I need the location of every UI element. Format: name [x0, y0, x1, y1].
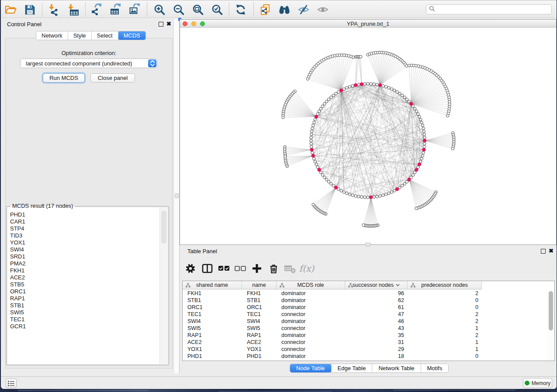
cell-shared-name[interactable]: ACE2	[183, 339, 242, 346]
network-node[interactable]	[325, 100, 328, 103]
network-node[interactable]	[412, 174, 414, 176]
zoom-fit-icon[interactable]	[191, 3, 204, 16]
deselect-all-icon[interactable]	[232, 260, 249, 277]
network-node[interactable]	[332, 94, 335, 96]
table-row[interactable]: YOX1YOX1connector291	[183, 346, 554, 353]
cell-shared-name[interactable]: PHD1	[183, 353, 242, 360]
zoom-in-icon[interactable]	[153, 3, 166, 16]
control-tab-network[interactable]: Network	[36, 31, 68, 40]
select-all-icon[interactable]	[215, 260, 232, 277]
cell-shared-name[interactable]: STB1	[183, 297, 242, 304]
cell-name[interactable]: SWI4	[242, 318, 277, 325]
table-row[interactable]: ACE2ACE2connector311	[183, 339, 554, 346]
dominator-node[interactable]	[409, 102, 413, 106]
network-node[interactable]	[310, 139, 312, 142]
dominator-node[interactable]	[311, 154, 315, 158]
export-table-icon[interactable]	[109, 3, 122, 16]
result-node-item[interactable]: YOX1	[7, 239, 160, 246]
network-node[interactable]	[357, 83, 360, 86]
column-header-MCDS-role[interactable]: MCDS role	[277, 281, 345, 289]
network-node[interactable]	[403, 182, 406, 185]
cell-name[interactable]: FKH1	[242, 290, 277, 297]
network-node[interactable]	[417, 113, 419, 115]
result-node-item[interactable]: ACE2	[7, 274, 160, 281]
dominator-node[interactable]	[415, 168, 419, 172]
dominator-node[interactable]	[395, 188, 399, 191]
export-image-icon[interactable]	[128, 3, 141, 16]
control-tab-style[interactable]: Style	[68, 31, 92, 40]
cell-successor-nodes[interactable]: 31	[345, 339, 408, 346]
import-table-icon[interactable]	[67, 3, 80, 16]
network-node[interactable]	[310, 142, 312, 145]
table-options-icon[interactable]	[182, 260, 199, 277]
network-node[interactable]	[321, 105, 324, 107]
table-row[interactable]: PHD1PHD1dominator180	[183, 353, 554, 360]
dominator-node[interactable]	[310, 148, 314, 151]
float-panel-icon[interactable]	[159, 22, 163, 27]
cell-name[interactable]: ORC1	[242, 304, 277, 311]
dominator-node[interactable]	[378, 83, 382, 87]
cell-predecessor-nodes[interactable]: 2	[408, 311, 482, 318]
network-node[interactable]	[415, 110, 418, 113]
cell-MCDS-role[interactable]: dominator	[277, 290, 345, 297]
network-node[interactable]	[390, 88, 393, 90]
column-header-predecessor-nodes[interactable]: predecessor nodes	[408, 281, 482, 289]
network-node[interactable]	[382, 194, 384, 196]
cell-predecessor-nodes[interactable]: 2	[408, 290, 482, 297]
memory-button[interactable]: Memory	[523, 378, 552, 388]
network-node[interactable]	[387, 86, 390, 89]
result-node-item[interactable]: TEC1	[7, 316, 160, 323]
cell-predecessor-nodes[interactable]: 1	[408, 339, 482, 346]
network-node[interactable]	[418, 115, 421, 118]
dominator-node[interactable]	[418, 163, 421, 166]
close-panel-icon[interactable]: ✖	[166, 21, 171, 28]
network-node[interactable]	[421, 124, 424, 127]
delete-selected-icon[interactable]	[265, 260, 282, 277]
zoom-selected-icon[interactable]	[211, 3, 224, 16]
network-node[interactable]	[351, 194, 354, 196]
search-input[interactable]	[436, 5, 551, 14]
cell-predecessor-nodes[interactable]: 0	[408, 353, 482, 360]
open-file-icon[interactable]	[4, 3, 17, 16]
control-tab-select[interactable]: Select	[92, 31, 118, 40]
network-node[interactable]	[405, 98, 408, 100]
network-node[interactable]	[420, 121, 423, 124]
cell-predecessor-nodes[interactable]: 0	[408, 297, 482, 304]
network-node[interactable]	[396, 90, 398, 93]
network-node[interactable]	[379, 195, 381, 197]
network-node[interactable]	[314, 118, 316, 121]
network-node[interactable]	[422, 151, 425, 154]
network-node[interactable]	[310, 145, 313, 148]
cell-name[interactable]: RAP1	[242, 332, 277, 339]
cell-name[interactable]: STB1	[242, 297, 277, 304]
network-node[interactable]	[421, 155, 424, 157]
network-node[interactable]	[319, 107, 322, 110]
network-node[interactable]	[316, 113, 319, 115]
network-node[interactable]	[330, 182, 332, 185]
network-node[interactable]	[390, 191, 393, 193]
column-header-shared-name[interactable]: shared name	[183, 281, 242, 289]
table-row[interactable]: STB1STB1dominator620	[183, 297, 554, 304]
result-node-item[interactable]: ORC1	[7, 288, 160, 295]
network-node[interactable]	[315, 163, 318, 165]
dominator-node[interactable]	[423, 139, 426, 142]
cell-successor-nodes[interactable]: 29	[345, 346, 408, 353]
network-window-titlebar[interactable]: YPA_prune.txt_1	[180, 20, 556, 28]
run-mcds-button[interactable]: Run MCDS	[43, 73, 85, 83]
cell-MCDS-role[interactable]: connector	[277, 311, 345, 318]
network-node[interactable]	[340, 189, 343, 192]
close-table-panel-icon[interactable]: ✖	[549, 248, 554, 254]
satellite-node[interactable]	[446, 114, 449, 117]
network-node[interactable]	[363, 196, 366, 199]
network-node[interactable]	[423, 133, 426, 136]
cell-successor-nodes[interactable]: 96	[345, 290, 408, 297]
table-tab-node-table[interactable]: Node Table	[290, 364, 332, 372]
network-node[interactable]	[312, 124, 315, 127]
network-node[interactable]	[376, 195, 378, 198]
satellite-node[interactable]	[282, 116, 284, 119]
zoom-out-icon[interactable]	[172, 3, 185, 16]
result-node-item[interactable]: PMA2	[7, 260, 160, 267]
network-node[interactable]	[357, 195, 360, 198]
dominator-node[interactable]	[360, 83, 363, 86]
show-all-icon[interactable]	[316, 3, 329, 16]
